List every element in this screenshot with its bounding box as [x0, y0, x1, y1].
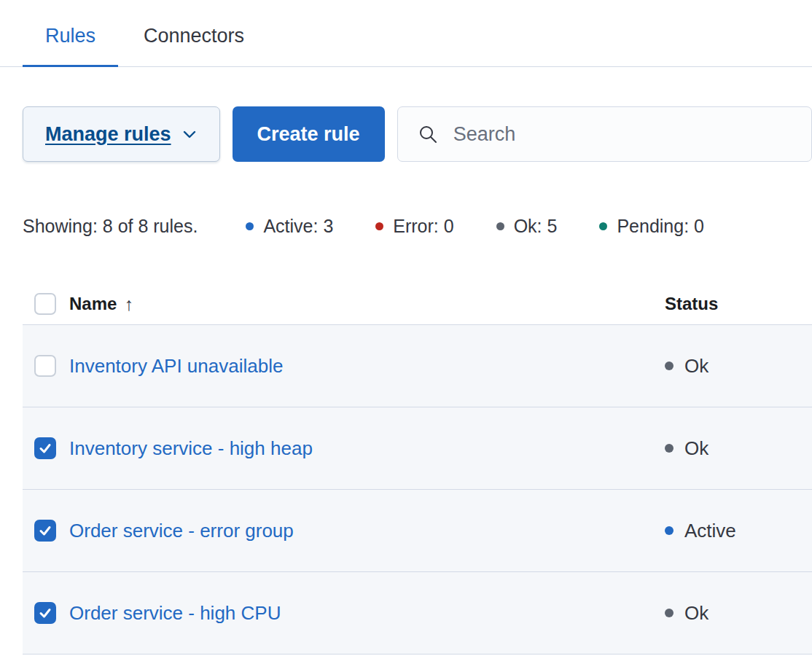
rule-status: Ok — [665, 602, 812, 625]
toolbar: Manage rules Create rule — [23, 106, 812, 162]
row-checkbox[interactable] — [34, 437, 56, 459]
rules-table: Name ↑ Status Inventory API unavailable … — [23, 284, 812, 655]
manage-rules-button[interactable]: Manage rules — [23, 106, 220, 162]
table-row: Inventory API unavailable Ok — [23, 325, 812, 407]
tabs-bar: Rules Connectors — [0, 0, 812, 67]
status-dot-icon — [665, 526, 674, 535]
showing-count: Showing: 8 of 8 rules. — [23, 216, 198, 237]
status-dot-icon — [665, 362, 674, 370]
manage-rules-label: Manage rules — [45, 123, 171, 146]
stat-error: Error: 0 — [375, 216, 453, 237]
status-label: Ok — [684, 355, 708, 378]
row-checkbox[interactable] — [34, 355, 56, 377]
table-row: Inventory service - high heap Ok — [23, 407, 812, 490]
select-all-checkbox[interactable] — [34, 293, 56, 315]
stat-active-label: Active: 3 — [263, 216, 333, 237]
stat-active: Active: 3 — [246, 216, 333, 237]
stat-ok: Ok: 5 — [496, 216, 558, 237]
sort-ascending-icon: ↑ — [124, 294, 133, 315]
row-checkbox[interactable] — [34, 602, 56, 624]
status-label: Ok — [684, 602, 708, 625]
status-dot-icon — [665, 609, 674, 617]
table-header-row: Name ↑ Status — [23, 284, 812, 325]
rule-name-link[interactable]: Order service - error group — [69, 520, 665, 542]
rule-name-link[interactable]: Order service - high CPU — [69, 602, 665, 625]
search-icon — [417, 123, 439, 145]
column-header-status: Status — [665, 294, 812, 314]
stat-ok-label: Ok: 5 — [514, 216, 558, 237]
pending-dot-icon — [599, 222, 607, 230]
row-checkbox[interactable] — [34, 520, 56, 542]
rule-status: Active — [665, 520, 812, 542]
chevron-down-icon — [181, 126, 198, 142]
ok-dot-icon — [496, 222, 504, 230]
table-row: Order service - high CPU Ok — [23, 572, 812, 655]
tab-connectors[interactable]: Connectors — [121, 25, 267, 67]
search-input[interactable] — [453, 123, 792, 146]
active-dot-icon — [246, 222, 254, 230]
status-label: Ok — [684, 437, 708, 460]
stat-error-label: Error: 0 — [393, 216, 453, 237]
status-dot-icon — [665, 444, 674, 453]
rule-name-link[interactable]: Inventory API unavailable — [69, 355, 665, 378]
error-dot-icon — [375, 222, 383, 230]
create-rule-button[interactable]: Create rule — [233, 106, 385, 162]
tab-rules[interactable]: Rules — [23, 25, 118, 67]
column-header-name[interactable]: Name ↑ — [69, 294, 665, 315]
search-box — [397, 106, 812, 162]
rule-name-link[interactable]: Inventory service - high heap — [69, 437, 665, 460]
stat-pending: Pending: 0 — [599, 216, 704, 237]
status-label: Active — [684, 520, 736, 542]
stat-pending-label: Pending: 0 — [617, 216, 704, 237]
rule-status: Ok — [665, 355, 812, 378]
rules-summary: Showing: 8 of 8 rules. Active: 3 Error: … — [23, 216, 789, 237]
rule-status: Ok — [665, 437, 812, 460]
table-row: Order service - error group Active — [23, 490, 812, 572]
